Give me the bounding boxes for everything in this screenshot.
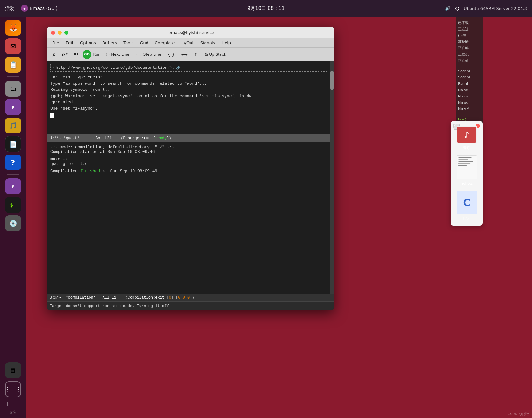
status-processing: 正在处: [458, 58, 480, 64]
status-extracting: 正在解: [458, 45, 480, 51]
hello-s-container: hello.s: [457, 155, 477, 186]
window-title-text: emacs@liyishi-service: [71, 30, 312, 35]
status-no-us: No us: [458, 100, 480, 106]
system-datetime: 9月10日 08：11: [248, 5, 285, 11]
toolbar-up-button[interactable]: ⇑: [191, 50, 200, 59]
gdb-cursor-line: [50, 113, 327, 119]
toolbar-up-stack-button[interactable]: 🖶 Up Stack: [201, 50, 228, 58]
emacs-menubar: File Edit Options Buffers Tools Gud Comp…: [47, 38, 334, 48]
gdb-line-1: For help, type "help".: [50, 74, 327, 81]
dock-apps-grid[interactable]: ⋮⋮⋮: [5, 381, 21, 397]
dock-files[interactable]: 🗂: [5, 81, 21, 97]
status-running: Runni: [458, 81, 480, 87]
hello-s-label: hello.s: [461, 181, 473, 186]
gdb-pane[interactable]: <http://www.gnu.org/software/gdb/documen…: [47, 61, 330, 134]
menu-complete[interactable]: Complete: [152, 40, 177, 46]
hello-s-content: [458, 157, 475, 177]
toolbar-p-star-button[interactable]: p*: [59, 50, 70, 59]
toolbar-next-line-button[interactable]: {} Next Line: [103, 50, 132, 58]
up-stack-label: Up Stack: [209, 52, 226, 57]
t2-c-icon[interactable]: C: [457, 191, 477, 214]
next-line-icon: {}: [105, 52, 111, 57]
menu-signals[interactable]: Signals: [198, 40, 218, 46]
toolbar-unknown1-button[interactable]: {|}: [165, 50, 177, 59]
dock-separator-2: [7, 174, 19, 175]
dock-trash[interactable]: 🗑: [5, 362, 21, 378]
p-star-icon: p*: [62, 52, 67, 57]
emacs-app-name: Emacs (GUI): [30, 6, 58, 11]
window-maximize-button[interactable]: [64, 31, 68, 35]
toolbar-arrows-button[interactable]: ⟷: [179, 50, 190, 59]
dock-bottom-bar: 其它: [5, 410, 21, 415]
menu-edit[interactable]: Edit: [63, 40, 76, 46]
status-no-co: No co: [458, 93, 480, 100]
toolbar-step-line-button[interactable]: {|} Step Line: [133, 50, 164, 58]
p-icon: p: [52, 52, 55, 57]
dock-app1[interactable]: 📋: [5, 57, 21, 73]
comp-gcc-cmd: gcc -g -o t t.c: [50, 162, 327, 166]
status-no-se: No se: [458, 87, 480, 93]
toolbar-run-button[interactable]: GO: [83, 50, 91, 59]
status-preparing: 准备解: [458, 39, 480, 45]
scrollbar-thumb[interactable]: [330, 71, 334, 90]
comp-finished-word: finished: [80, 169, 100, 174]
comp-started: Compilation started at Sun Sep 10 08:09:…: [50, 149, 327, 154]
emacs-titlebar: emacs@liyishi-service: [47, 27, 334, 38]
status-scanning-2: Scanni: [458, 74, 480, 81]
music-note-icon: ♪: [464, 130, 470, 140]
window-title: Ubuntu 64ARM Server 22.04.3: [464, 6, 527, 11]
window-minimize-button[interactable]: [58, 31, 62, 35]
dock-help[interactable]: ?: [5, 155, 21, 170]
status-recognizing: 正在识: [458, 51, 480, 58]
menu-file[interactable]: File: [50, 40, 62, 46]
run-text: Run: [93, 52, 101, 57]
music-folder-body: ♪: [457, 127, 476, 143]
unknown1-icon: {|}: [168, 52, 175, 57]
dock-firefox[interactable]: 🦊: [5, 20, 21, 36]
gdb-line-3: Reading symbols from t...: [50, 87, 327, 93]
status-in-progress: (正在: [458, 32, 480, 39]
dock-mail[interactable]: ✉: [5, 38, 21, 54]
speaker-icon[interactable]: 🔊: [445, 6, 450, 11]
emacs-app-indicator[interactable]: e Emacs (GUI): [21, 5, 58, 12]
emacs-app-icon: e: [21, 5, 28, 12]
gdb-line-6: Use 'set mi-async'.: [50, 105, 327, 112]
dock-app2[interactable]: 🎵: [5, 118, 21, 133]
url-text: <http://www.gnu.org/software/gdb/documen…: [53, 65, 175, 70]
hello-s-icon[interactable]: [457, 155, 477, 179]
gdb-output: For help, type "help". Type "apropos wor…: [50, 74, 327, 119]
music-folder-icon[interactable]: ♪: [457, 126, 477, 143]
toolbar-watch-button[interactable]: 👁: [71, 50, 81, 59]
menu-inout[interactable]: In/Out: [179, 40, 197, 46]
step-line-label: Step Line: [143, 52, 161, 57]
activity-label[interactable]: 活动: [5, 5, 15, 11]
window-close-button[interactable]: [51, 31, 55, 35]
t2-c-label: t2.c: [463, 216, 471, 221]
menu-help[interactable]: Help: [219, 40, 234, 46]
comp-finished-line: Compilation finished at Sun Sep 10 08:09…: [50, 169, 327, 174]
dock-app3[interactable]: 📄: [5, 136, 21, 152]
dock-emacs-active[interactable]: ε: [5, 178, 21, 194]
gdb-line-4: (gdb) Warning: 'set target-async', an al…: [50, 93, 327, 99]
run-label: GO: [84, 53, 90, 56]
editor-scrollbar[interactable]: [330, 61, 334, 294]
toolbar-p-button[interactable]: p: [50, 50, 58, 59]
editor-main: <http://www.gnu.org/software/gdb/documen…: [47, 61, 330, 294]
csdn-watermark: CSDN @|服务: [507, 412, 530, 416]
c-file-letter: C: [463, 197, 470, 209]
music-folder-container: ♪ 音乐: [457, 126, 477, 151]
menu-tools[interactable]: Tools: [121, 40, 136, 46]
dock-add-button[interactable]: +: [5, 400, 21, 407]
arrows-icon: ⟷: [181, 52, 188, 57]
dock-terminal[interactable]: $_: [5, 197, 21, 213]
menu-buffers[interactable]: Buffers: [100, 40, 119, 46]
power-icon[interactable]: ⏻: [455, 6, 459, 11]
emacs-toolbar: p p* 👁 GO Run {} Next Line {|} Step Line…: [47, 48, 334, 61]
compilation-pane[interactable]: -*- mode: compilation; default-directory…: [47, 142, 330, 176]
menu-options[interactable]: Options: [77, 40, 98, 46]
dock-emacs[interactable]: ε: [5, 99, 21, 115]
system-bar-left: 活动 e Emacs (GUI): [5, 5, 58, 12]
menu-gud[interactable]: Gud: [137, 40, 151, 46]
stack-icon: 🖶: [204, 52, 208, 57]
dock-disk[interactable]: 💿: [5, 215, 21, 231]
